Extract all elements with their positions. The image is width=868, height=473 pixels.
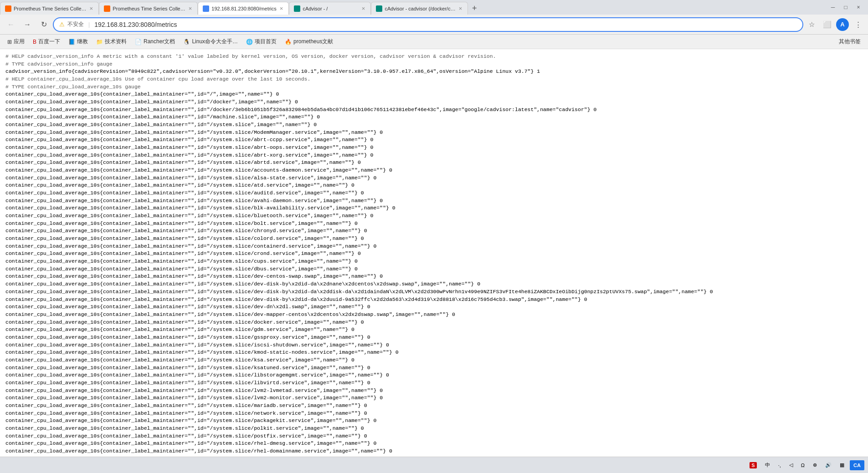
tab-2-close[interactable]: ×	[188, 5, 193, 12]
jijiao-icon: 📘	[68, 39, 75, 45]
grid-icon: ▦	[840, 462, 844, 468]
ime-label: 中	[765, 462, 770, 468]
security-icon: ⚠	[59, 21, 65, 28]
bookmark-jishu-label: 技术资料	[105, 38, 127, 46]
tab-bar: Prometheus Time Series Colle… × Promethe…	[0, 0, 823, 15]
reload-button[interactable]: ↻	[36, 17, 51, 32]
settings-icon[interactable]: ⋮	[852, 18, 864, 31]
tab-5[interactable]: cAdvisor - cadvisor (/docker/c… ×	[371, 2, 468, 15]
extension-icon[interactable]: ⬜	[821, 18, 833, 31]
apps-icon: ⊞	[7, 39, 12, 45]
address-right-icons: ☆ ⬜ A ⋮	[805, 18, 864, 31]
taskbar-ca-badge: CA	[850, 460, 864, 470]
bookmark-baidu-label: 百度一下	[38, 38, 60, 46]
taskbar-arrow[interactable]: ◁	[786, 461, 796, 469]
taskbar-grid[interactable]: ▦	[837, 461, 847, 469]
bookmarks-bar: ⊞ 应用 B 百度一下 📘 继教 📁 技术资料 📄 Rancher文档 🐧 Li…	[0, 35, 868, 49]
taskbar-sougou[interactable]: S	[747, 461, 759, 469]
tab-3-title: 192.168.81.230:8080/metrics	[211, 6, 277, 11]
tab-2[interactable]: Prometheus Time Series Colle… ×	[99, 2, 198, 15]
bookmark-jijiao[interactable]: 📘 继教	[65, 36, 92, 47]
jishu-icon: 📁	[96, 39, 103, 45]
taskbar-volume[interactable]: 🔊	[822, 461, 834, 469]
content-area[interactable]: # HELP cadvisor_version_info A metric wi…	[0, 49, 868, 457]
project-icon: 🌐	[246, 39, 253, 45]
taskbar: S 中 ·, ◁ Ω ⊕ 🔊 ▦ CA	[0, 457, 868, 473]
new-tab-button[interactable]: +	[468, 2, 481, 15]
bookmark-baidu[interactable]: B 百度一下	[29, 36, 64, 47]
tab-5-title: cAdvisor - cadvisor (/docker/c…	[385, 6, 455, 11]
tab-2-favicon	[104, 5, 110, 12]
bookmark-linux[interactable]: 🐧 Linux命令大全手…	[180, 36, 241, 47]
sougou-icon: S	[750, 462, 756, 468]
address-input-wrap[interactable]: ⚠ 不安全 | 192.168.81.230:8080/metrics	[53, 17, 803, 32]
maximize-button[interactable]: □	[840, 1, 852, 13]
bookmark-rancher[interactable]: 📄 Rancher文档	[131, 36, 179, 47]
bookmark-project[interactable]: 🌐 项目首页	[242, 36, 280, 47]
taskbar-special[interactable]: Ω	[798, 462, 807, 469]
tab-2-title: Prometheus Time Series Colle…	[113, 6, 185, 11]
taskbar-ime[interactable]: 中	[762, 461, 773, 469]
punct-label: ·,	[778, 463, 781, 468]
linux-icon: 🐧	[183, 39, 190, 45]
tab-4-close[interactable]: ×	[361, 5, 366, 12]
tab-5-close[interactable]: ×	[458, 5, 463, 12]
network-icon: ⊕	[813, 462, 817, 468]
prometheus-icon: 🔥	[285, 39, 292, 45]
tab-1-close[interactable]: ×	[89, 5, 94, 12]
bookmark-apps[interactable]: ⊞ 应用	[4, 36, 28, 47]
rancher-icon: 📄	[135, 39, 142, 45]
special-icon: Ω	[801, 463, 805, 468]
back-button[interactable]: ←	[4, 17, 18, 32]
security-sep: |	[88, 21, 90, 28]
bookmarks-more-button[interactable]: 其他书签	[835, 36, 864, 47]
arrow-icon: ◁	[789, 462, 793, 468]
tab-1[interactable]: Prometheus Time Series Colle… ×	[0, 2, 99, 15]
bookmark-jishu[interactable]: 📁 技术资料	[92, 36, 130, 47]
bookmark-project-label: 项目首页	[255, 38, 277, 46]
address-display[interactable]: 192.168.81.230:8080/metrics	[94, 21, 797, 28]
bookmark-prometheus[interactable]: 🔥 prometheus文献	[281, 36, 337, 47]
bookmark-prometheus-label: prometheus文献	[293, 38, 333, 46]
tab-3[interactable]: 192.168.81.230:8080/metrics ×	[198, 2, 289, 15]
tab-1-title: Prometheus Time Series Colle…	[14, 6, 87, 11]
title-bar: Prometheus Time Series Colle… × Promethe…	[0, 0, 868, 15]
tab-4-title: cAdvisor - /	[303, 6, 328, 11]
bookmark-star-icon[interactable]: ☆	[805, 18, 818, 31]
close-button[interactable]: ×	[853, 1, 864, 13]
bookmark-apps-label: 应用	[14, 38, 25, 46]
tab-4[interactable]: cAdvisor - / ×	[289, 2, 371, 15]
security-label: 不安全	[67, 20, 84, 28]
tab-4-favicon	[294, 5, 300, 12]
volume-icon: 🔊	[825, 462, 832, 468]
tab-1-favicon	[5, 5, 11, 12]
baidu-icon: B	[33, 39, 36, 45]
window-controls: ─ □ ×	[823, 1, 868, 13]
minimize-button[interactable]: ─	[827, 1, 839, 13]
browser-window: Prometheus Time Series Colle… × Promethe…	[0, 0, 868, 473]
bookmark-linux-label: Linux命令大全手…	[192, 38, 238, 46]
bookmarks-more-label: 其他书签	[839, 38, 861, 45]
tab-5-favicon	[376, 5, 382, 12]
taskbar-network[interactable]: ⊕	[810, 461, 820, 469]
forward-button[interactable]: →	[20, 17, 35, 32]
tab-3-close[interactable]: ×	[279, 5, 284, 12]
tab-3-favicon	[203, 5, 209, 12]
bookmark-jijiao-label: 继教	[77, 38, 88, 46]
taskbar-punct[interactable]: ·,	[776, 462, 784, 469]
address-bar: ← → ↻ ⚠ 不安全 | 192.168.81.230:8080/metric…	[0, 15, 868, 35]
bookmark-rancher-label: Rancher文档	[144, 38, 175, 46]
profile-avatar[interactable]: A	[836, 18, 849, 31]
